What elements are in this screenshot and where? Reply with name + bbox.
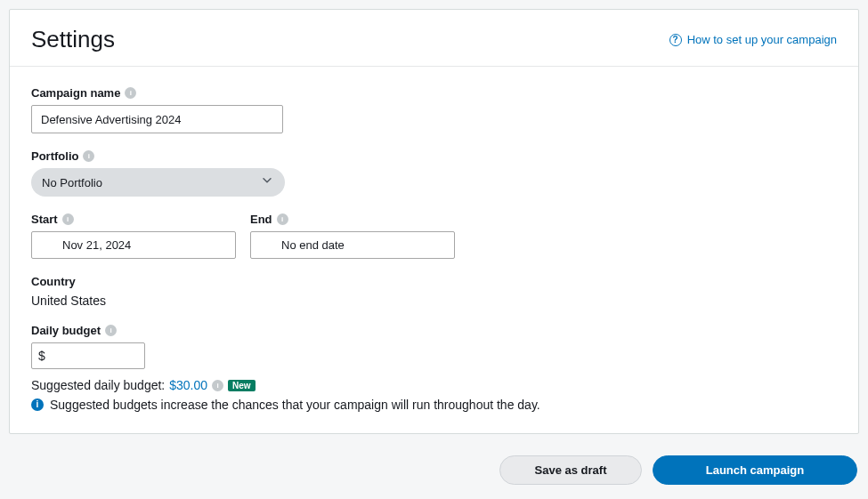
suggested-value[interactable]: $30.00 <box>169 378 207 392</box>
info-icon[interactable]: i <box>105 325 117 336</box>
portfolio-label: Portfolio i <box>31 149 837 163</box>
country-label: Country <box>31 275 837 288</box>
end-label-text: End <box>250 213 272 226</box>
info-icon[interactable]: i <box>62 213 74 225</box>
new-badge: New <box>228 380 256 391</box>
info-icon[interactable]: i <box>83 150 94 162</box>
info-icon[interactable]: i <box>125 87 136 99</box>
field-portfolio: Portfolio i No Portfolio <box>31 149 837 197</box>
question-icon: ? <box>669 34 682 46</box>
campaign-name-input[interactable] <box>31 105 283 133</box>
currency-symbol: $ <box>38 349 45 363</box>
end-date-input[interactable] <box>250 231 455 259</box>
budget-hint-text: Suggested budgets increase the chances t… <box>50 398 540 412</box>
campaign-name-label: Campaign name i <box>31 86 837 100</box>
country-label-text: Country <box>31 275 76 288</box>
start-date-input[interactable] <box>31 231 236 259</box>
info-icon[interactable]: i <box>212 380 223 391</box>
field-budget: Daily budget i $ Suggested daily budget:… <box>31 324 837 412</box>
country-value: United States <box>31 294 837 308</box>
budget-hint: i Suggested budgets increase the chances… <box>31 398 837 412</box>
end-date-col: End i <box>250 213 455 259</box>
info-icon: i <box>31 398 44 411</box>
campaign-name-label-text: Campaign name <box>31 86 120 100</box>
panel-body: Campaign name i Portfolio i No Portfolio <box>10 67 858 433</box>
save-draft-button[interactable]: Save as draft <box>499 455 642 485</box>
budget-input[interactable] <box>31 342 145 369</box>
field-country: Country United States <box>31 275 837 308</box>
budget-label-text: Daily budget <box>31 324 101 337</box>
launch-campaign-button[interactable]: Launch campaign <box>653 455 857 485</box>
portfolio-select-wrap: No Portfolio <box>31 168 285 197</box>
start-date-col: Start i <box>31 213 236 259</box>
portfolio-label-text: Portfolio <box>31 149 78 163</box>
info-icon[interactable]: i <box>277 213 288 225</box>
page-title: Settings <box>31 26 115 53</box>
start-label: Start i <box>31 213 236 226</box>
settings-panel: Settings ? How to set up your campaign C… <box>9 9 859 434</box>
panel-header: Settings ? How to set up your campaign <box>10 10 858 67</box>
suggested-label: Suggested daily budget: <box>31 378 165 392</box>
portfolio-select[interactable]: No Portfolio <box>31 168 285 197</box>
start-label-text: Start <box>31 213 58 226</box>
footer-actions: Save as draft Launch campaign <box>0 443 868 499</box>
help-link-text: How to set up your campaign <box>687 33 837 46</box>
budget-label: Daily budget i <box>31 324 837 337</box>
end-label: End i <box>250 213 455 226</box>
field-dates: Start i End i <box>31 213 837 259</box>
suggested-budget-line: Suggested daily budget: $30.00 i New <box>31 378 837 392</box>
help-link[interactable]: ? How to set up your campaign <box>669 33 837 46</box>
field-campaign-name: Campaign name i <box>31 86 837 133</box>
